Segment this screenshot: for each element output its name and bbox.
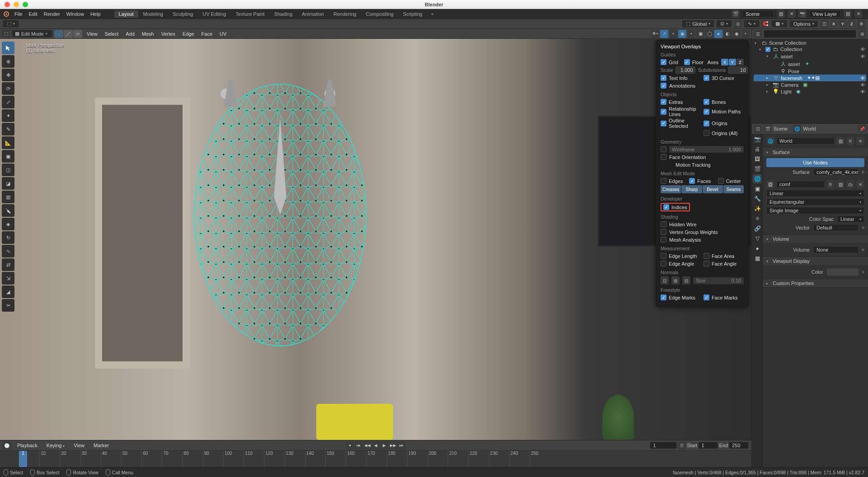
gizmo-show-toggle[interactable]: ↗ xyxy=(660,30,668,38)
marker-menu[interactable]: Marker xyxy=(91,442,112,449)
orientation-dropdown[interactable]: ⬚▾ xyxy=(3,20,19,28)
shear-tool[interactable]: ◢ xyxy=(2,285,14,298)
elen-checkbox[interactable] xyxy=(661,253,666,259)
mirror-x[interactable]: X xyxy=(830,20,837,27)
use-nodes-button[interactable]: Use Nodes xyxy=(766,158,864,167)
rip-tool[interactable]: ✂ xyxy=(2,299,14,312)
edges-checkbox[interactable] xyxy=(661,178,666,184)
workspace-layout[interactable]: Layout xyxy=(114,10,138,18)
play[interactable]: ▶ xyxy=(380,441,389,449)
viewlayer-new-button[interactable]: ▧ xyxy=(844,10,852,18)
maximize-window-button[interactable] xyxy=(23,2,28,7)
uv-menu[interactable]: UV xyxy=(217,30,229,37)
rotate-tool[interactable]: ⟳ xyxy=(2,82,14,95)
file-menu[interactable]: File xyxy=(14,11,23,17)
pose-row[interactable]: ⚲Pose xyxy=(754,68,866,75)
fmarks-checkbox[interactable] xyxy=(704,295,709,300)
minimize-window-button[interactable] xyxy=(14,2,19,7)
select-tool[interactable] xyxy=(2,42,14,54)
scene-browse-icon[interactable]: 🎬 xyxy=(732,10,740,18)
close-window-button[interactable] xyxy=(5,2,10,7)
select-menu[interactable]: Select xyxy=(102,30,122,37)
extras-checkbox[interactable] xyxy=(661,99,666,105)
annotate-tool[interactable]: ✎ xyxy=(2,123,14,136)
gizmo-menu[interactable]: ▾ xyxy=(669,30,677,38)
3dcursor-checkbox[interactable] xyxy=(704,75,709,81)
world-new-button[interactable]: ▧ xyxy=(836,137,845,145)
creases-toggle[interactable]: Creases xyxy=(661,185,681,193)
fang-checkbox[interactable] xyxy=(704,261,709,267)
center-checkbox[interactable] xyxy=(718,178,724,184)
volume-socket[interactable]: None xyxy=(813,246,859,253)
eang-checkbox[interactable] xyxy=(661,261,666,267)
rel-checkbox[interactable] xyxy=(661,109,666,115)
solid-shading[interactable]: ● xyxy=(714,30,723,38)
normal-size-field[interactable]: Size0.10 xyxy=(693,277,744,284)
mirror-z[interactable]: Z xyxy=(848,20,855,27)
world-icon[interactable]: 🌐 xyxy=(793,125,801,133)
xray-toggle[interactable]: ▣ xyxy=(696,30,704,38)
asset-row[interactable]: ▾人asset👁 xyxy=(754,52,866,60)
facemesh-row[interactable]: ▸▽facemesh✦✦▤👁 xyxy=(754,75,866,81)
world-tab[interactable]: 🌐 xyxy=(753,174,762,183)
volume-panel-header[interactable]: ▾Volume xyxy=(763,235,868,243)
image-new[interactable]: ▧ xyxy=(836,180,845,188)
view-menu[interactable]: View xyxy=(84,30,100,37)
viewlayer-browse-icon[interactable]: 📷 xyxy=(798,10,807,18)
modifiers-tab[interactable]: 🔧 xyxy=(753,194,762,203)
physics-tab[interactable]: ⚛ xyxy=(753,214,762,223)
textinfo-checkbox[interactable] xyxy=(661,75,666,81)
vgw-checkbox[interactable] xyxy=(661,229,666,235)
keyframe-prev[interactable]: ◀◀ xyxy=(363,441,371,449)
spin-tool[interactable]: ↻ xyxy=(2,231,14,244)
texture-tab[interactable]: ▦ xyxy=(753,254,762,263)
rendered-shading[interactable]: ◉ xyxy=(732,30,741,38)
matpreview-shading[interactable]: ◐ xyxy=(723,30,732,38)
surface-panel-header[interactable]: ▾Surface xyxy=(763,148,868,156)
scale-field[interactable]: 1.000 xyxy=(676,66,695,74)
vertex-menu[interactable]: Vertex xyxy=(159,30,178,37)
3d-viewport[interactable]: User Perspective (1) facemesh ⊕ ✥ ⟳ ⤢ ✦ … xyxy=(0,39,751,440)
proportional-edit-toggle[interactable]: ◎ xyxy=(734,20,742,28)
snap-toggle[interactable]: 🧲 xyxy=(761,20,769,28)
playback-menu[interactable]: Playback xyxy=(14,442,40,449)
faceorient-checkbox[interactable] xyxy=(661,154,666,160)
outline-checkbox[interactable] xyxy=(661,121,666,126)
wireframe-shading[interactable]: ◯ xyxy=(705,30,713,38)
keying-menu[interactable]: Keying ▾ xyxy=(44,442,68,449)
camera-row[interactable]: ▸📷Camera▣👁 xyxy=(754,81,866,88)
play-reverse[interactable]: ◀ xyxy=(372,441,380,449)
mesh-data-tab[interactable]: ▽ xyxy=(753,234,762,243)
scene-new-button[interactable]: ▧ xyxy=(777,10,785,18)
world-delete-button[interactable]: ✕ xyxy=(856,137,864,145)
outliner-search[interactable] xyxy=(764,30,856,38)
polybuild-tool[interactable]: ◈ xyxy=(2,218,14,230)
particles-tab[interactable]: ✨ xyxy=(753,204,762,213)
output-tab[interactable]: 🖨 xyxy=(753,145,762,154)
workspace-rendering[interactable]: Rendering xyxy=(329,10,361,18)
scene-name-field[interactable]: Scene xyxy=(742,10,774,18)
originsall-checkbox[interactable] xyxy=(704,130,709,136)
mode-select[interactable]: ▦ Edit Mode ▾ xyxy=(12,30,52,37)
viewlayer-tab[interactable]: 🖼 xyxy=(753,154,762,164)
mesh-menu[interactable]: Mesh xyxy=(139,30,157,37)
image-users[interactable]: ⎘ xyxy=(826,180,835,188)
render-tab[interactable]: 📷 xyxy=(753,135,762,144)
material-tab[interactable]: ● xyxy=(753,244,762,253)
faces-checkbox[interactable] xyxy=(689,178,695,184)
snap-dropdown[interactable]: ⊙ ▾ xyxy=(716,20,732,28)
source-dropdown[interactable]: Single Image▾ xyxy=(766,207,864,214)
mesha-checkbox[interactable] xyxy=(661,237,666,243)
emarks-checkbox[interactable] xyxy=(661,295,666,300)
origins-checkbox[interactable] xyxy=(704,121,709,126)
image-unlink[interactable]: ✕ xyxy=(856,180,864,188)
workspace-scripting[interactable]: Scripting xyxy=(399,10,427,18)
scene-collection-row[interactable]: ▾🗀Scene Collection xyxy=(754,40,866,46)
image-name[interactable]: comf xyxy=(776,181,825,188)
move-tool[interactable]: ✥ xyxy=(2,69,14,81)
scene-icon[interactable]: 🎬 xyxy=(764,125,772,133)
current-frame-marker[interactable]: 1 xyxy=(19,451,27,467)
overlays-menu[interactable]: ▾ xyxy=(687,30,695,38)
edge-menu[interactable]: Edge xyxy=(180,30,197,37)
vector-socket[interactable]: Default xyxy=(813,224,859,231)
